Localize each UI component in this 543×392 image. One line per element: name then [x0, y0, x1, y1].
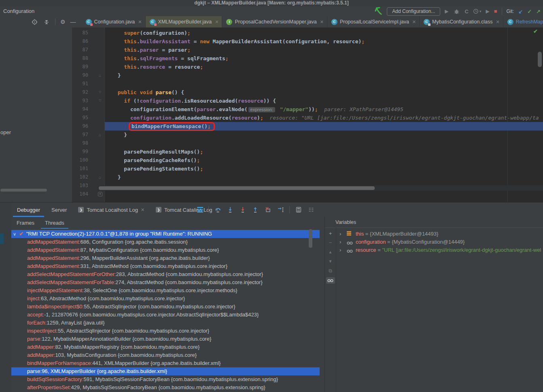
line-number[interactable]: 102 [72, 173, 88, 181]
stack-frame[interactable]: lambda$inspectInject$0:55, AbstractSqlIn… [11, 303, 320, 311]
code-line[interactable]: 102⌂ } [72, 173, 543, 181]
stop-button[interactable]: ■ [494, 8, 497, 15]
remove-watch-icon[interactable]: − [329, 240, 332, 246]
line-number[interactable]: 90 [72, 71, 88, 80]
code-line[interactable]: 95 configuration.addLoadedResource(resou… [72, 114, 543, 122]
line-number[interactable]: 91 [72, 80, 88, 88]
debug-tab-server[interactable]: Server [46, 202, 72, 217]
chevron-right-icon[interactable]: › [339, 246, 341, 254]
code-editor[interactable]: 85 super(configuration);86 this.builderA… [72, 27, 543, 202]
stack-frame[interactable]: forEach:1259, ArrayList {java.util} [11, 319, 320, 327]
stack-frame[interactable]: accept:-1, 212870676 {com.baomidou.mybat… [11, 311, 320, 319]
show-watches-icon[interactable] [326, 277, 335, 284]
line-number[interactable]: 103 [72, 181, 88, 190]
move-down-icon[interactable]: ▼ [329, 259, 333, 264]
add-watch-icon[interactable]: + [329, 231, 332, 236]
fold-marker-icon[interactable]: ⌂ [97, 88, 103, 97]
restore-layout-icon[interactable] [308, 206, 315, 213]
stack-frame[interactable]: inject:63, AbstractMethod {com.baomidou.… [11, 295, 320, 303]
run-button[interactable]: ▶ [445, 8, 448, 15]
tab-frames[interactable]: Frames [11, 217, 40, 229]
code-line[interactable]: 97⌂ } [72, 131, 543, 139]
project-panel[interactable]: oper [0, 27, 72, 202]
step-into-icon[interactable] [227, 206, 234, 213]
collapse-all-icon[interactable] [43, 18, 50, 25]
git-update-icon[interactable]: ↙ [518, 8, 523, 15]
chevron-right-icon[interactable]: › [339, 238, 341, 246]
variables-tree[interactable]: ›this = {XMLMapperBuilder@14493}›configu… [336, 230, 543, 392]
drop-frame-icon[interactable] [264, 206, 272, 213]
stack-frame[interactable]: addMappedStatement:296, MapperBuilderAss… [11, 254, 320, 262]
editor-hscrollbar[interactable] [97, 185, 543, 191]
code-line[interactable]: 91 [72, 80, 543, 88]
close-icon[interactable]: ✕ [496, 19, 499, 25]
code-line[interactable]: 104+ [72, 190, 543, 198]
stack-frame[interactable]: addMappedStatement:686, Configuration {o… [11, 238, 320, 246]
variable-row[interactable]: ›configuration = {MybatisConfiguration@1… [336, 238, 543, 246]
debug-bug-icon[interactable] [453, 8, 460, 15]
evaluate-expression-icon[interactable] [295, 206, 302, 213]
code-line[interactable]: 96 bindMapperForNamespace(); [72, 122, 543, 131]
stack-frame[interactable]: parse:122, MybatisMapperAnnotationBuilde… [11, 335, 320, 343]
code-line[interactable]: 85 super(configuration); [72, 29, 543, 37]
debug-tab-debugger[interactable]: Debugger [11, 202, 46, 217]
run-to-cursor-icon[interactable] [277, 206, 284, 213]
close-icon[interactable]: ✕ [320, 19, 324, 25]
rerun-button[interactable]: ▶ [486, 8, 490, 15]
code-line[interactable]: 92⌂ public void parse() { [72, 88, 543, 97]
git-push-icon[interactable]: ↗ [536, 8, 541, 15]
line-number[interactable]: 98 [72, 139, 88, 148]
step-over-icon[interactable] [214, 206, 221, 213]
duplicate-watch-icon[interactable]: ⧉ [329, 268, 332, 274]
line-number[interactable]: 104 [72, 190, 88, 198]
inspections-ok-icon[interactable]: ✔ [533, 28, 538, 34]
editor-tab[interactable]: IProposalCachedVersionMapper.java✕ [222, 16, 327, 27]
line-number[interactable]: 89 [72, 63, 88, 71]
profiler-button[interactable]: ▾ [473, 8, 481, 14]
stack-frame[interactable]: addMappedStatement:331, AbstractMethod {… [11, 262, 320, 270]
stack-frame[interactable]: addSelectMappedStatementForTable:274, Ab… [11, 278, 320, 287]
line-number[interactable]: 95 [72, 114, 88, 122]
close-icon[interactable]: ✕ [215, 19, 218, 25]
code-line[interactable]: 98 [72, 139, 543, 148]
add-configuration-button[interactable]: Add Configuration... [387, 7, 440, 16]
line-number[interactable]: 99 [72, 148, 88, 156]
code-line[interactable]: 99 parsePendingResultMaps(); [72, 148, 543, 156]
coverage-button[interactable]: C [465, 8, 469, 15]
step-out-icon[interactable] [252, 206, 259, 213]
debug-tab-tomcat-localhost-log[interactable]: ❯Tomcat Localhost Log✕ [72, 202, 150, 217]
code-line[interactable]: 87 this.parser = parser; [72, 46, 543, 54]
frames-list[interactable]: ∨✔"RMI TCP Connection(2)-127.0.0.1"@1,87… [11, 230, 320, 392]
fold-marker-icon[interactable]: ⌂ [97, 173, 103, 181]
hide-panel-icon[interactable]: — [70, 19, 76, 25]
scrollbar-thumb[interactable] [0, 189, 47, 192]
thread-row[interactable]: ∨✔"RMI TCP Connection(2)-127.0.0.1"@1,87… [11, 230, 320, 238]
line-number[interactable]: 96 [72, 122, 88, 131]
tab-threads[interactable]: Threads [40, 217, 70, 229]
variable-row[interactable]: ›resource = "URL [jar:file:/Users/zengsl… [336, 246, 543, 254]
line-number[interactable]: 92 [72, 88, 88, 97]
scroll-to-source-icon[interactable] [31, 18, 38, 25]
stack-frame[interactable]: inspectInject:55, AbstractSqlInjector {c… [11, 327, 320, 335]
close-icon[interactable]: ✕ [141, 207, 144, 213]
editor-tab[interactable]: CXMLMapperBuilder.java✕ [146, 16, 223, 27]
code-line[interactable]: 94 configurationElement(parser.evalNode(… [72, 105, 543, 114]
close-icon[interactable]: ✕ [138, 19, 142, 25]
stack-frame[interactable]: parse:96, XMLMapperBuilder {org.apache.i… [11, 367, 320, 375]
stack-frame[interactable]: afterPropertiesSet:429, MybatisSqlSessio… [11, 384, 320, 392]
stack-frame[interactable]: buildSqlSessionFactory:591, MybatisSqlSe… [11, 375, 320, 384]
fold-marker-icon[interactable]: ⌂ [97, 97, 103, 105]
code-line[interactable]: 90⌂ } [72, 71, 543, 80]
git-commit-icon[interactable]: ✓ [527, 8, 532, 15]
line-number[interactable]: 94 [72, 105, 88, 114]
layout-menu-icon[interactable] [197, 207, 203, 213]
line-number[interactable]: 100 [72, 156, 88, 164]
code-line[interactable]: 86 this.builderAssistant = new MapperBui… [72, 37, 543, 46]
chevron-down-icon[interactable]: ∨ [13, 230, 16, 238]
fold-marker-icon[interactable]: ⌂ [97, 71, 103, 80]
variable-row[interactable]: ›this = {XMLMapperBuilder@14493} [336, 230, 543, 238]
scrollbar-thumb[interactable] [99, 186, 375, 190]
stack-frame[interactable]: injectMappedStatement:38, SelectOne {com… [11, 287, 320, 295]
left-panel-hscrollbar[interactable] [0, 188, 72, 192]
line-number[interactable]: 87 [72, 46, 88, 54]
